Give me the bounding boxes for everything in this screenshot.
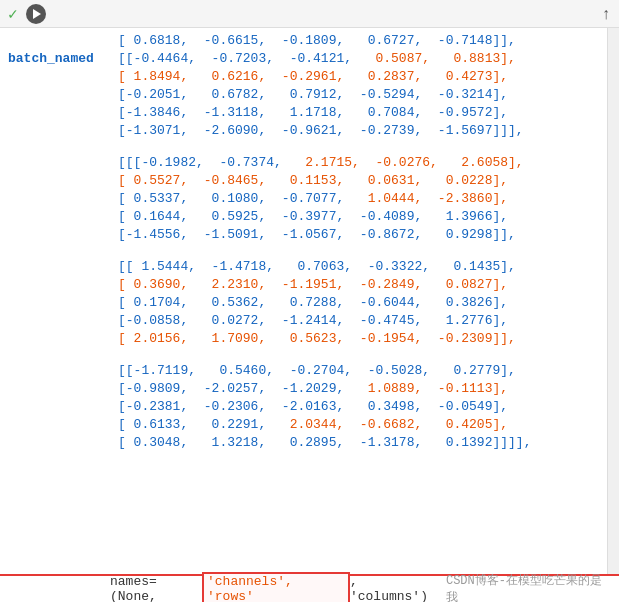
code-text: [[ 1.5444, -1.4718, 0.7063, -0.3322, 0.1… <box>118 258 516 276</box>
check-icon: ✓ <box>8 4 18 24</box>
scroll-up-button[interactable]: ↑ <box>601 6 611 24</box>
code-line-m2-3: [ 0.1644, 0.5925, -0.3977, -0.4089, 1.39… <box>8 208 599 226</box>
batch-label: batch_named <box>8 50 118 68</box>
code-line-m2-0: [[[-0.1982, -0.7374, 2.1715, -0.0276, 2.… <box>8 154 599 172</box>
code-line-m1-3: [-1.3846, -1.3118, 1.1718, 0.7084, -0.95… <box>8 104 599 122</box>
code-text: [-1.3071, -2.6090, -0.9621, -0.2739, -1.… <box>118 122 524 140</box>
code-line-m3-2: [ 0.1704, 0.5362, 0.7288, -0.6044, 0.382… <box>8 294 599 312</box>
code-text: [ 0.6818, -0.6615, -0.1809, 0.6727, -0.7… <box>118 32 516 50</box>
code-line-first: [ 0.6818, -0.6615, -0.1809, 0.6727, -0.7… <box>8 32 599 50</box>
names-highlight: 'channels', 'rows' <box>202 572 350 602</box>
code-text: [ 1.8494, 0.6216, -0.2961, 0.2837, 0.427… <box>118 68 508 86</box>
code-line-m1-1: [ 1.8494, 0.6216, -0.2961, 0.2837, 0.427… <box>8 68 599 86</box>
play-button[interactable] <box>26 4 46 24</box>
code-text: [[-0.4464, -0.7203, -0.4121, 0.5087, 0.8… <box>118 50 516 68</box>
code-text: [ 0.1704, 0.5362, 0.7288, -0.6044, 0.382… <box>118 294 508 312</box>
bottom-bar: names=(None, 'channels', 'rows' , 'colum… <box>0 574 619 602</box>
code-text: [ 0.3048, 1.3218, 0.2895, -1.3178, 0.139… <box>118 434 531 452</box>
code-line-m1-4: [-1.3071, -2.6090, -0.9621, -0.2739, -1.… <box>8 122 599 140</box>
code-line-m1-2: [-0.2051, 0.6782, 0.7912, -0.5294, -0.32… <box>8 86 599 104</box>
code-line-m4-2: [-0.2381, -0.2306, -2.0163, 0.3498, -0.0… <box>8 398 599 416</box>
code-area: [ 0.6818, -0.6615, -0.1809, 0.6727, -0.7… <box>0 28 607 602</box>
main-content: [ 0.6818, -0.6615, -0.1809, 0.6727, -0.7… <box>0 28 619 602</box>
code-text: [ 0.5337, 0.1080, -0.7077, 1.0444, -2.38… <box>118 190 508 208</box>
names-suffix: , 'columns') <box>350 574 442 602</box>
code-text: [ 0.6133, 0.2291, 2.0344, -0.6682, 0.420… <box>118 416 508 434</box>
blank-line-2 <box>8 244 599 258</box>
code-line-m3-1: [ 0.3690, 2.2310, -1.1951, -0.2849, 0.08… <box>8 276 599 294</box>
code-line-m4-4: [ 0.3048, 1.3218, 0.2895, -1.3178, 0.139… <box>8 434 599 452</box>
code-text: [[-1.7119, 0.5460, -0.2704, -0.5028, 0.2… <box>118 362 516 380</box>
code-text: [-1.3846, -1.3118, 1.1718, 0.7084, -0.95… <box>118 104 508 122</box>
code-text: [ 0.5527, -0.8465, 0.1153, 0.0631, 0.022… <box>118 172 508 190</box>
code-line-m4-0: [[-1.7119, 0.5460, -0.2704, -0.5028, 0.2… <box>8 362 599 380</box>
code-line-m4-3: [ 0.6133, 0.2291, 2.0344, -0.6682, 0.420… <box>8 416 599 434</box>
code-text: [-0.9809, -2.0257, -1.2029, 1.0889, -0.1… <box>118 380 508 398</box>
code-line-m3-3: [-0.0858, 0.0272, -1.2414, -0.4745, 1.27… <box>8 312 599 330</box>
code-line-m2-4: [-1.4556, -1.5091, -1.0567, -0.8672, 0.9… <box>8 226 599 244</box>
code-line-m2-2: [ 0.5337, 0.1080, -0.7077, 1.0444, -2.38… <box>8 190 599 208</box>
top-bar: ✓ ↑ <box>0 0 619 28</box>
scrollbar[interactable] <box>607 28 619 602</box>
code-line-m3-0: [[ 1.5444, -1.4718, 0.7063, -0.3322, 0.1… <box>8 258 599 276</box>
code-line-m2-1: [ 0.5527, -0.8465, 0.1153, 0.0631, 0.022… <box>8 172 599 190</box>
code-text: [-0.0858, 0.0272, -1.2414, -0.4745, 1.27… <box>118 312 508 330</box>
watermark-text: CSDN博客-在模型吃芒果的是我 <box>446 572 611 602</box>
blank-line-1 <box>8 140 599 154</box>
code-line-m3-4: [ 2.0156, 1.7090, 0.5623, -0.1954, -0.23… <box>8 330 599 348</box>
code-text: [ 2.0156, 1.7090, 0.5623, -0.1954, -0.23… <box>118 330 516 348</box>
code-text: [[[-0.1982, -0.7374, 2.1715, -0.0276, 2.… <box>118 154 524 172</box>
code-text: [-0.2051, 0.6782, 0.7912, -0.5294, -0.32… <box>118 86 508 104</box>
code-text: [-0.2381, -0.2306, -2.0163, 0.3498, -0.0… <box>118 398 508 416</box>
blank-line-3 <box>8 348 599 362</box>
code-line-m1-0: batch_named [[-0.4464, -0.7203, -0.4121,… <box>8 50 599 68</box>
code-text: [ 0.3690, 2.2310, -1.1951, -0.2849, 0.08… <box>118 276 508 294</box>
code-text: [-1.4556, -1.5091, -1.0567, -0.8672, 0.9… <box>118 226 516 244</box>
names-prefix: names=(None, <box>110 574 202 602</box>
code-line-m4-1: [-0.9809, -2.0257, -1.2029, 1.0889, -0.1… <box>8 380 599 398</box>
code-text: [ 0.1644, 0.5925, -0.3977, -0.4089, 1.39… <box>118 208 508 226</box>
